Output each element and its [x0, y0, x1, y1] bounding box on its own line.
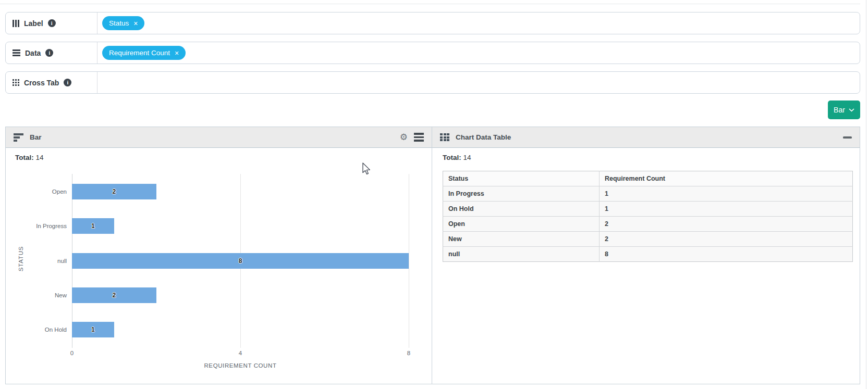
grid-dots-icon [13, 79, 19, 86]
bar-value-label: 2 [72, 188, 156, 195]
table-grid-icon [440, 133, 449, 141]
field-chip-requirement-count[interactable]: Requirement Count × [102, 46, 186, 60]
x-tick-label: 4 [233, 350, 248, 356]
chip-close-icon[interactable]: × [133, 20, 138, 27]
top-divider [0, 4, 860, 4]
chip-close-icon[interactable]: × [175, 49, 179, 57]
category-label: In Progress [17, 223, 67, 229]
info-icon[interactable]: i [64, 79, 71, 86]
cell-count: 8 [600, 247, 853, 262]
table-row: New 2 [443, 232, 853, 247]
label-chip-area[interactable]: Status × [97, 12, 860, 34]
report-designer: Label i Status × Data i Requirement Coun… [0, 0, 868, 389]
data-row-title: Data [25, 49, 41, 57]
x-gridline [409, 174, 409, 348]
table-panel-title: Chart Data Table [456, 133, 511, 141]
table-row: On Hold 1 [443, 202, 853, 217]
builder-row-label: Label i Status × [5, 12, 860, 34]
cell-count: 1 [600, 202, 853, 217]
builder-row-crosstab: Cross Tab i [5, 71, 860, 94]
bar-chart: STATUS 0482Open1In Progress8null2New1On … [6, 148, 432, 384]
cell-count: 1 [600, 186, 853, 202]
label-row-title: Label [24, 19, 43, 28]
field-chip-status[interactable]: Status × [102, 16, 144, 30]
bar-value-label: 2 [72, 292, 156, 299]
chip-label: Requirement Count [109, 49, 170, 57]
collapse-minus-icon[interactable] [843, 136, 852, 139]
cell-status: In Progress [443, 186, 600, 202]
x-axis-title: REQUIREMENT COUNT [162, 362, 319, 369]
cell-count: 2 [600, 217, 853, 232]
table-row: In Progress 1 [443, 186, 853, 202]
cell-status: null [443, 247, 600, 262]
crosstab-row-header: Cross Tab i [6, 72, 97, 93]
bar-value-label: 8 [72, 257, 409, 265]
chart-type-label: Bar [834, 106, 845, 114]
column-header-requirement-count: Requirement Count [600, 171, 853, 186]
chip-label: Status [109, 19, 129, 27]
x-tick-label: 8 [401, 350, 417, 356]
crosstab-row-title: Cross Tab [24, 79, 59, 87]
cell-status: On Hold [443, 202, 600, 217]
table-total: Total: 14 [443, 154, 471, 161]
bar-value-label: 1 [72, 326, 114, 333]
bar-panel-header: Bar ⚙ [6, 127, 432, 148]
x-tick-label: 0 [64, 350, 80, 356]
data-row-header: Data i [6, 42, 97, 64]
hamburger-menu-icon[interactable] [414, 133, 424, 142]
category-label: Open [17, 189, 67, 195]
category-label: null [17, 258, 67, 264]
right-divider [866, 0, 866, 389]
bar-chart-panel: Bar ⚙ Total: 14 STATUS 0482Open1In Progr… [6, 127, 432, 384]
label-row-header: Label i [6, 12, 97, 34]
table-header-row: Status Requirement Count [443, 171, 853, 186]
cell-status: Open [443, 217, 600, 232]
table-row: Open 2 [443, 217, 853, 232]
table-panel-header: Chart Data Table [432, 127, 860, 148]
chart-data-table-panel: Chart Data Table Total: 14 Status Requir… [432, 127, 860, 384]
chart-data-table: Status Requirement Count In Progress 1 O… [443, 171, 853, 262]
vertical-bars-icon [13, 20, 19, 27]
info-icon[interactable]: i [48, 19, 56, 27]
category-label: On Hold [17, 327, 67, 333]
panels-container: Bar ⚙ Total: 14 STATUS 0482Open1In Progr… [5, 127, 860, 384]
category-label: New [17, 292, 67, 298]
horizontal-bars-icon [13, 49, 20, 56]
bar-value-label: 1 [72, 222, 114, 230]
builder-row-data: Data i Requirement Count × [5, 42, 860, 64]
crosstab-chip-area[interactable] [97, 72, 860, 93]
chevron-down-icon [849, 108, 854, 112]
data-chip-area[interactable]: Requirement Count × [97, 42, 860, 64]
bar-chart-body: Total: 14 STATUS 0482Open1In Progress8nu… [6, 148, 432, 384]
table-panel-body: Total: 14 Status Requirement Count In Pr… [432, 148, 860, 384]
cell-status: New [443, 232, 600, 247]
gear-icon[interactable]: ⚙ [400, 133, 408, 142]
info-icon[interactable]: i [45, 49, 53, 57]
bar-chart-icon [14, 133, 23, 142]
table-row: null 8 [443, 247, 853, 262]
column-header-status: Status [443, 171, 600, 186]
cell-count: 2 [600, 232, 853, 247]
bar-panel-title: Bar [30, 133, 42, 141]
chart-type-dropdown-button[interactable]: Bar [828, 101, 860, 119]
